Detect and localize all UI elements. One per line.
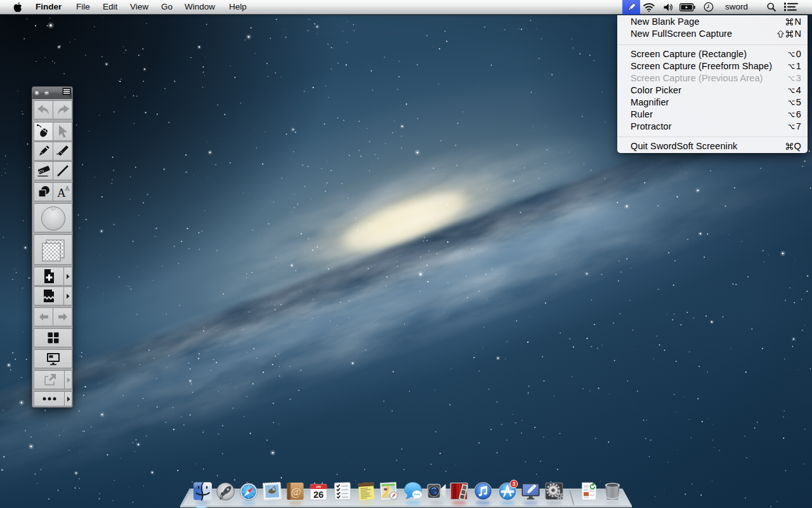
svg-text:3: 3 xyxy=(513,481,516,487)
svg-text:A: A xyxy=(57,186,66,199)
svg-text:A: A xyxy=(65,185,70,192)
svg-text:JAN: JAN xyxy=(316,485,321,488)
svg-text:26: 26 xyxy=(313,490,324,500)
svg-text:@: @ xyxy=(291,485,301,498)
